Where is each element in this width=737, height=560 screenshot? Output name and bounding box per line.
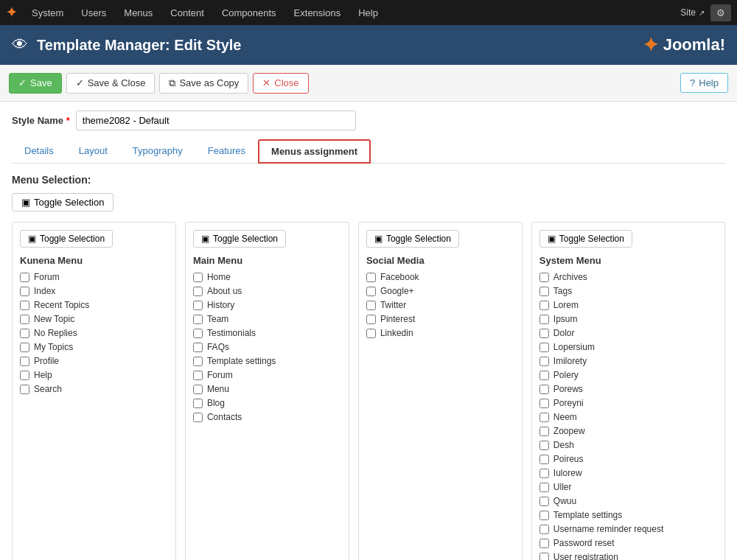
main-home-label: Home <box>207 272 231 282</box>
nav-system[interactable]: System <box>23 0 72 25</box>
kunena-toggle-button[interactable]: ▣ Toggle Selection <box>20 230 113 248</box>
main-team-checkbox[interactable] <box>193 315 203 324</box>
social-linkedin-label: Linkedin <box>380 328 413 338</box>
nav-components[interactable]: Components <box>213 0 285 25</box>
nav-users[interactable]: Users <box>72 0 115 25</box>
system-neem-checkbox[interactable] <box>539 413 549 422</box>
tab-menus-assignment[interactable]: Menus assignment <box>258 139 371 164</box>
kunena-search-checkbox[interactable] <box>20 385 29 394</box>
nav-help[interactable]: Help <box>349 0 387 25</box>
social-twitter-label: Twitter <box>380 300 406 310</box>
menu-grid: ▣ Toggle Selection Kunena Menu Forum Ind… <box>12 222 725 560</box>
system-polery-checkbox[interactable] <box>539 371 549 380</box>
system-ipsum-checkbox[interactable] <box>539 315 549 324</box>
kunena-help-checkbox[interactable] <box>20 371 29 380</box>
system-user-registration-checkbox[interactable] <box>539 553 549 561</box>
system-porews-checkbox[interactable] <box>539 385 549 394</box>
system-archives-checkbox[interactable] <box>539 273 549 282</box>
system-uller-label: Uller <box>553 482 572 492</box>
header-bar: 👁 Template Manager: Edit Style ✦ Joomla! <box>0 25 737 65</box>
system-toggle-label: Toggle Selection <box>559 234 624 244</box>
site-link[interactable]: Site ↗ <box>680 7 705 18</box>
main-toggle-button[interactable]: ▣ Toggle Selection <box>193 230 286 248</box>
kunena-my-topics-checkbox[interactable] <box>20 343 29 352</box>
kunena-forum-checkbox[interactable] <box>20 273 29 282</box>
system-lopersium-checkbox[interactable] <box>539 343 549 352</box>
social-title: Social Media <box>366 255 514 266</box>
main-forum-checkbox[interactable] <box>193 371 203 380</box>
joomla-brand-text: Joomla! <box>663 35 725 55</box>
system-lorem-checkbox[interactable] <box>539 301 549 310</box>
social-googleplus-label: Google+ <box>380 286 414 296</box>
list-item: Pinterest <box>366 314 514 324</box>
nav-content[interactable]: Content <box>161 0 213 25</box>
system-dolor-label: Dolor <box>553 328 575 338</box>
page-title: Template Manager: Edit Style <box>37 37 241 54</box>
system-poreyni-checkbox[interactable] <box>539 399 549 408</box>
nav-extensions[interactable]: Extensions <box>285 0 350 25</box>
system-poireus-checkbox[interactable] <box>539 455 549 464</box>
system-uller-checkbox[interactable] <box>539 483 549 492</box>
main-about-label: About us <box>207 286 242 296</box>
nav-menus[interactable]: Menus <box>115 0 161 25</box>
system-iulorew-checkbox[interactable] <box>539 469 549 478</box>
social-linkedin-checkbox[interactable] <box>366 329 376 338</box>
kunena-no-replies-checkbox[interactable] <box>20 329 29 338</box>
system-tags-checkbox[interactable] <box>539 287 549 296</box>
system-lopersium-label: Lopersium <box>553 342 595 352</box>
social-pinterest-checkbox[interactable] <box>366 315 376 324</box>
style-name-input[interactable] <box>76 111 356 130</box>
gear-button[interactable]: ⚙ <box>710 4 731 21</box>
system-toggle-button[interactable]: ▣ Toggle Selection <box>539 230 632 248</box>
main-home-checkbox[interactable] <box>193 273 203 282</box>
main-about-checkbox[interactable] <box>193 287 203 296</box>
kunena-index-checkbox[interactable] <box>20 287 29 296</box>
toggle-all-button[interactable]: ▣ Toggle Selection <box>12 193 113 211</box>
list-item: Porews <box>539 384 717 394</box>
save-label: Save <box>30 77 52 88</box>
list-item: Archives <box>539 272 717 282</box>
kunena-recent-topics-checkbox[interactable] <box>20 301 29 310</box>
main-menu-checkbox[interactable] <box>193 385 203 394</box>
help-button[interactable]: ? Help <box>680 73 728 93</box>
list-item: Blog <box>193 398 341 408</box>
system-imilorety-checkbox[interactable] <box>539 357 549 366</box>
save-copy-button[interactable]: ⧉ Save as Copy <box>159 73 248 94</box>
system-password-reset-checkbox[interactable] <box>539 539 549 548</box>
tab-typography[interactable]: Typography <box>120 139 195 164</box>
main-history-checkbox[interactable] <box>193 301 203 310</box>
list-item: Dolor <box>539 328 717 338</box>
list-item: Contacts <box>193 412 341 422</box>
system-template-settings-checkbox[interactable] <box>539 511 549 520</box>
tab-layout[interactable]: Layout <box>66 139 120 164</box>
main-blog-checkbox[interactable] <box>193 399 203 408</box>
kunena-profile-checkbox[interactable] <box>20 357 29 366</box>
content-area: Style Name * Details Layout Typography F… <box>0 102 737 560</box>
social-facebook-checkbox[interactable] <box>366 273 376 282</box>
system-qwuu-checkbox[interactable] <box>539 497 549 506</box>
main-forum-label: Forum <box>207 370 233 380</box>
save-button[interactable]: ✓ Save <box>9 73 62 94</box>
list-item: Google+ <box>366 286 514 296</box>
kunena-new-topic-checkbox[interactable] <box>20 315 29 324</box>
close-button[interactable]: ✕ Close <box>253 73 308 94</box>
main-title: Main Menu <box>193 255 341 266</box>
social-menu-column: ▣ Toggle Selection Social Media Facebook… <box>358 222 523 560</box>
tab-details[interactable]: Details <box>12 139 66 164</box>
social-googleplus-checkbox[interactable] <box>366 287 376 296</box>
social-toggle-button[interactable]: ▣ Toggle Selection <box>366 230 459 248</box>
list-item: Testimonials <box>193 328 341 338</box>
tab-features[interactable]: Features <box>195 139 258 164</box>
main-template-settings-checkbox[interactable] <box>193 357 203 366</box>
list-item: Desh <box>539 440 717 450</box>
list-item: No Replies <box>20 328 168 338</box>
main-faqs-checkbox[interactable] <box>193 343 203 352</box>
system-zoopew-checkbox[interactable] <box>539 427 549 436</box>
save-close-button[interactable]: ✓ Save & Close <box>66 73 156 94</box>
main-testimonials-checkbox[interactable] <box>193 329 203 338</box>
main-contacts-checkbox[interactable] <box>193 413 203 422</box>
system-dolor-checkbox[interactable] <box>539 329 549 338</box>
system-username-reminder-checkbox[interactable] <box>539 525 549 534</box>
social-twitter-checkbox[interactable] <box>366 301 376 310</box>
system-desh-checkbox[interactable] <box>539 441 549 450</box>
